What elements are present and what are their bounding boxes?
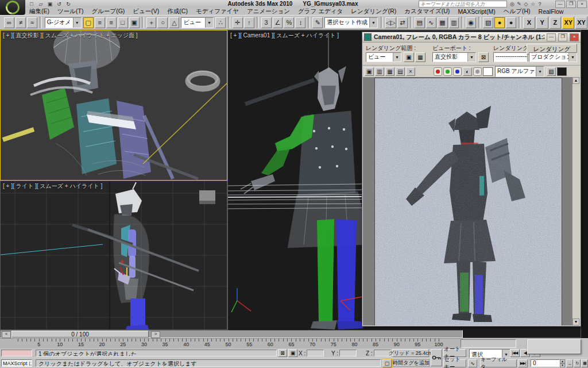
go-end-icon[interactable]: ▶▶| [518,359,528,367]
edit-named-sets-icon[interactable]: ✎ [312,17,323,28]
help-menu-icon[interactable]: ? [536,1,543,7]
menu-item-ヘルプ(H)[interactable]: ヘルプ(H) [500,7,535,16]
ortho-viewport-active[interactable]: [ + ][ 直交投影 ][ スムーズ + ハイライト + エッジ面 ] [0,30,227,181]
keyboard-override-icon[interactable]: ↑ [244,17,254,28]
window-crossing-icon[interactable]: ▣ [129,17,140,28]
rendered-image[interactable] [374,78,562,325]
area-to-render-dropdown[interactable]: ビュー▼ [366,52,401,62]
percent-snap-icon[interactable]: % [284,17,294,28]
render-flyout-icon[interactable]: ● [506,17,516,28]
color-correct-icon[interactable]: ▧ [547,67,556,76]
select-by-name-icon[interactable]: ≡ [95,17,105,28]
save-image-icon[interactable]: ▣ [365,67,374,76]
light-viewport[interactable]: [ + ][ ライト ][ スムーズ + ハイライト ] [0,181,227,330]
prev-frame-slider-button[interactable]: < [2,331,11,338]
menu-item-ツール(T)[interactable]: ツール(T) [53,7,87,16]
exposure-swatch[interactable] [557,67,567,76]
light-viewport-label[interactable]: [ + ][ ライト ][ スムーズ + ハイライト ] [3,182,102,190]
named-selection-sets-dropdown[interactable]: 選択セット作成▼ [324,17,378,28]
render-minimize-button[interactable]: — [547,33,556,41]
pan-view-icon[interactable]: ↔ [566,359,573,367]
schematic-view-icon[interactable]: ▥ [449,17,459,28]
edit-region-icon[interactable]: ▣ [404,52,414,62]
render-close-button[interactable]: × [570,33,579,41]
x-field[interactable] [307,350,324,356]
reference-coordsys-dropdown[interactable]: ビュー▼ [181,17,213,28]
menu-item-グループ(G)[interactable]: グループ(G) [87,7,129,16]
spinner-up-icon[interactable]: ▲ [560,359,565,363]
select-object-icon[interactable]: ▢ [83,17,94,28]
select-scale-icon[interactable]: △ [169,17,179,28]
render-mode-dropdown[interactable]: プロダクション▼ [529,52,577,62]
search-input[interactable] [419,1,507,7]
axis-y-button[interactable]: Y [536,17,548,29]
current-frame-field[interactable]: 0 [531,359,560,367]
default-tangent-icon[interactable]: ∿ [468,359,477,367]
render-production-icon[interactable]: ● [494,17,505,28]
select-by-layer-icon[interactable]: ≡ [106,17,117,28]
menu-item-アニメーション[interactable]: アニメーション [243,7,294,16]
viewport-dropdown[interactable]: 直交投影▼ [432,52,476,62]
ortho-viewport-label[interactable]: [ + ][ 直交投影 ][ スムーズ + ハイライト + エッジ面 ] [3,32,138,40]
mirror-icon[interactable]: ◁▷ [385,17,396,28]
selection-filter-dropdown[interactable]: G-ジオメト▼ [45,17,82,28]
menu-item-MAXScript(M)[interactable]: MAXScript(M) [454,8,499,15]
align-icon[interactable]: ⇄ [397,17,408,28]
channel-display-icon[interactable]: ▦ [385,67,394,76]
viewport-lock-icon[interactable]: ⊠ [478,52,489,62]
monochrome-icon[interactable]: ◐ [463,67,472,76]
render-window-titlebar[interactable]: Camera01, フレーム 0, RGBA カラー 8 ビット/チャンネル (… [362,32,581,43]
next-frame-slider-button[interactable]: > [151,331,160,338]
print-image-icon[interactable]: ▤ [396,67,405,76]
maximize-viewport-icon[interactable]: ▦ [581,359,588,367]
communication-center-icon[interactable]: ✎ [516,1,523,7]
open-file-icon[interactable]: ▱ [37,1,45,7]
spinner-down-icon[interactable]: ▼ [560,363,565,367]
render-vscrollbar[interactable]: ▲ ▼ [572,77,580,325]
new-file-icon[interactable]: □ [28,1,36,7]
camera-viewport-label[interactable]: [ + ][ Camera01 ][ スムーズ + ハイライト ] [230,32,339,40]
graph-editor-icon[interactable]: ∿ [426,17,436,28]
menu-item-グラフ エディタ[interactable]: グラフ エディタ [294,7,347,16]
select-link-icon[interactable]: ∞ [4,17,14,28]
bind-spacewarp-icon[interactable]: ≈ [27,17,37,28]
menu-item-モディファイヤ[interactable]: モディファイヤ [192,7,243,16]
snap-3d-icon[interactable]: 3 [261,17,272,28]
maxscript-listener-pane[interactable]: MAXScript にようこそ [1,359,32,367]
set-key-button[interactable]: セットキー [443,359,466,367]
select-move-icon[interactable]: ＋ [146,17,157,28]
scroll-up-icon[interactable]: ▲ [572,77,579,84]
curve-editor-icon[interactable]: ▦ [438,17,448,28]
undo-icon[interactable]: ↺ [55,1,63,7]
y-field[interactable] [339,350,357,356]
material-editor-icon[interactable]: ◉ [466,17,476,28]
time-slider-track[interactable]: < 0 / 100 > [0,330,463,338]
axis-xy-button[interactable]: XY [562,17,574,29]
menu-item-RealFlow[interactable]: RealFlow [535,8,568,15]
track-bar-ruler[interactable]: 5101520253035404550556065707580859095100 [0,338,463,349]
search-icon[interactable]: ◎ [509,1,516,7]
selection-lock-icon[interactable]: ⊠ [278,349,287,357]
axis-z-button[interactable]: Z [550,17,562,29]
save-file-icon[interactable]: ▣ [46,1,54,7]
channel-dropdown[interactable]: RGB アルファ▼ [495,66,544,77]
red-channel-icon[interactable] [434,67,442,76]
menu-item-カスタマイズ(U)[interactable]: カスタマイズ(U) [400,7,454,16]
key-filters-button[interactable]: キーフィルタ... [480,359,517,367]
clear-image-icon[interactable]: × [406,67,415,76]
angle-snap-icon[interactable]: ∠ [273,17,283,28]
render-restore-button[interactable]: ❐ [558,33,567,41]
orbit-view-icon[interactable]: ↻ [574,359,581,367]
rect-selection-region-icon[interactable]: □ [118,17,128,28]
add-time-tag[interactable]: 時間タグを追加 [393,359,430,367]
menu-item-編集(E)[interactable]: 編集(E) [25,7,53,16]
blue-channel-icon[interactable] [453,67,462,76]
menu-item-作成(C)[interactable]: 作成(C) [163,7,192,16]
absolute-mode-icon[interactable]: ▣ [288,349,297,357]
favorites-star-icon[interactable]: ☆ [529,1,536,7]
subscription-icon[interactable]: ◇ [523,1,529,7]
scroll-down-icon[interactable]: ▼ [572,319,579,325]
application-menu-button[interactable] [0,0,25,15]
pivot-center-icon[interactable]: ∴ [215,17,226,28]
axis-x-button[interactable]: X [523,17,535,29]
